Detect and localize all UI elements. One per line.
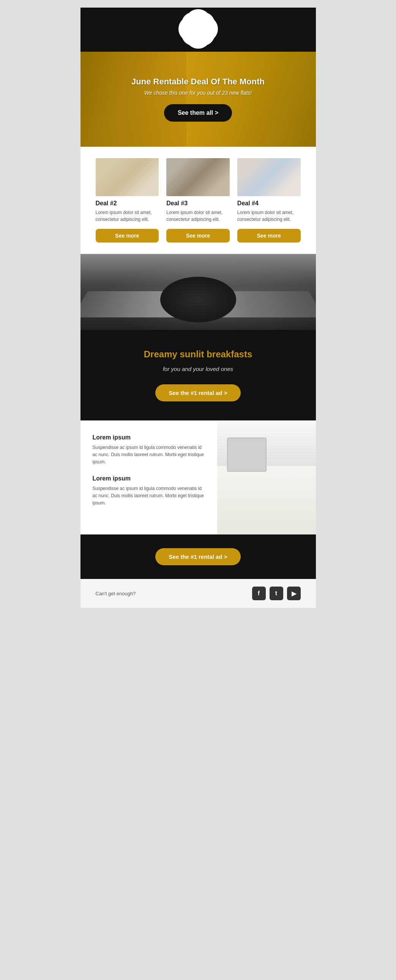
content-body-2: Suspendisse ac ipsum id ligula commodo v… [93,485,205,507]
content-section: Lorem ipsum Suspendisse ac ipsum id ligu… [81,420,316,535]
footer-tagline: Can't get enough? [96,591,136,597]
cta-bottom-button[interactable]: See the #1 rental ad > [155,548,241,565]
deal-4-image [237,158,301,196]
kitchen-appliance [227,438,266,472]
hero-title: June Rentable Deal Of The Month [131,77,265,87]
facebook-icon[interactable]: f [252,587,266,600]
footer: Can't get enough? f t ▶ [81,579,316,608]
deal-4-description: Lorem ipsum dolor sit amet, consectetur … [237,209,301,223]
deals-section: Deal #2 Lorem ipsum dolor sit amet, cons… [81,147,316,254]
dining-table-decoration [160,277,236,322]
deal-2-title: Deal #2 [96,200,159,207]
deal-3-title: Deal #3 [166,200,230,207]
hero-content: June Rentable Deal Of The Month We chose… [131,77,265,122]
youtube-icon[interactable]: ▶ [287,587,301,600]
header [81,8,316,52]
content-heading-1: Lorem ipsum [93,434,205,441]
deal-2-see-more-button[interactable]: See more [96,229,159,243]
dreamy-section: Dreamy sunlit breakfasts for you and you… [81,330,316,420]
deal-4-see-more-button[interactable]: See more [237,229,301,243]
deal-card-3: Deal #3 Lorem ipsum dolor sit amet, cons… [166,158,230,243]
deal-card-2: Deal #2 Lorem ipsum dolor sit amet, cons… [96,158,159,243]
dreamy-subtitle: for you and your loved ones [96,366,301,372]
deal-card-4: Deal #4 Lorem ipsum dolor sit amet, cons… [237,158,301,243]
hero-subtitle: We chose this one for you out of 23 new … [131,90,265,96]
cta-bottom-section: See the #1 rental ad > [81,535,316,579]
logo-icon [188,19,208,39]
deal-3-image [166,158,230,196]
content-heading-2: Lorem ipsum [93,475,205,482]
deal-3-see-more-button[interactable]: See more [166,229,230,243]
dining-banner [81,254,316,330]
content-text-blocks: Lorem ipsum Suspendisse ac ipsum id ligu… [81,420,217,535]
hero-banner: June Rentable Deal Of The Month We chose… [81,52,316,147]
kitchen-counter [217,466,316,535]
deal-3-description: Lorem ipsum dolor sit amet, consectetur … [166,209,230,223]
dreamy-cta-button[interactable]: See the #1 rental ad > [155,384,241,401]
deal-2-image [96,158,159,196]
deal-4-title: Deal #4 [237,200,301,207]
hero-cta-button[interactable]: See them all > [164,104,232,122]
twitter-icon[interactable]: t [269,587,283,600]
content-body-1: Suspendisse ac ipsum id ligula commodo v… [93,444,205,466]
dreamy-title: Dreamy sunlit breakfasts [96,349,301,360]
kitchen-image [217,420,316,535]
deal-2-description: Lorem ipsum dolor sit amet, consectetur … [96,209,159,223]
deals-grid: Deal #2 Lorem ipsum dolor sit amet, cons… [96,158,301,243]
social-icons-group: f t ▶ [252,587,301,600]
